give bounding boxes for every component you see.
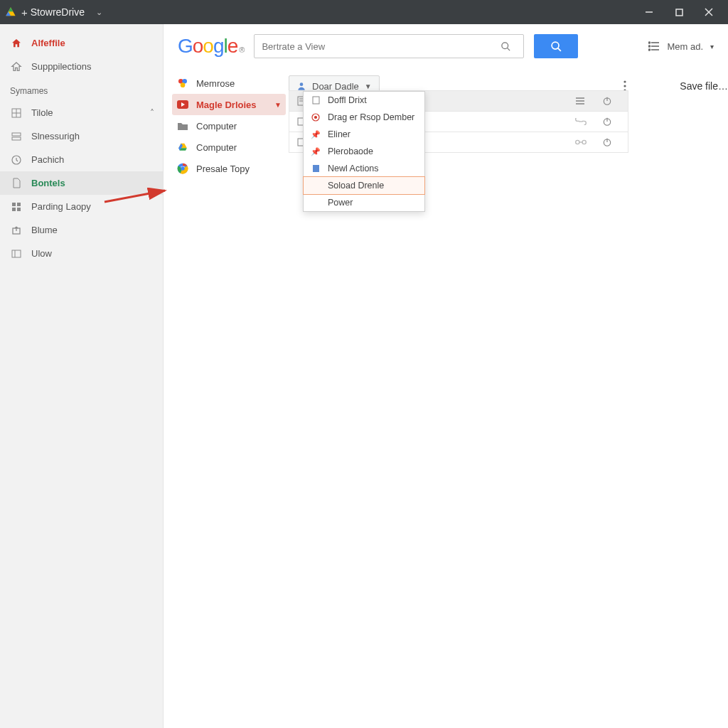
tab-dropdown-icon[interactable]: ⌄ (96, 8, 102, 17)
menu-item[interactable]: 📌 Eliner (304, 126, 424, 143)
sidebar-item-label: Alfeffile (31, 38, 65, 48)
search-button[interactable] (534, 34, 578, 58)
sidebar-item-slnessurigh[interactable]: Slnessurigh (0, 124, 163, 148)
sidebar-item-label: Tilole (31, 107, 53, 118)
window-title: StowreDrive (31, 6, 85, 18)
drive-item-label: Computer (196, 121, 237, 132)
power-icon[interactable] (602, 117, 621, 127)
menu-item-label: Soload Drenle (328, 181, 384, 191)
drive-item-label: Presale Topy (196, 164, 250, 174)
drive-item-label: Computer (196, 142, 237, 153)
save-file-link[interactable]: Save file… (680, 80, 728, 92)
drive-tree: Memrose Magle Drloies ▼ Computer Compute… (172, 73, 286, 179)
menu-item[interactable]: Doffl Drixt (304, 92, 424, 109)
search-input[interactable] (255, 41, 500, 52)
sidebar-item-label: Bontels (31, 178, 65, 188)
window-close-button[interactable] (694, 0, 724, 24)
menu-item-label: Newl Actions (328, 164, 379, 173)
drive-item-presale-topy[interactable]: Presale Topy (172, 158, 286, 179)
drive-item-magle-drloies[interactable]: Magle Drloies ▼ (172, 94, 286, 115)
menu-item-label: Drag er Rsop Dember (328, 112, 414, 122)
svg-point-59 (582, 140, 586, 144)
svg-rect-65 (313, 165, 319, 172)
page-icon (311, 95, 321, 105)
svg-line-24 (558, 48, 561, 50)
power-icon[interactable] (602, 96, 621, 106)
sidebar-item-tilole[interactable]: Tilole ˄ (0, 101, 163, 124)
menu-item-label: Eliner (328, 129, 350, 139)
sidebar-item-label: Parding Laopy (31, 201, 91, 212)
doc-icon (10, 177, 23, 190)
caret-down-icon: ▼ (274, 101, 282, 109)
export-icon (10, 224, 23, 237)
sidebar-item-label: Slnessurigh (31, 131, 80, 141)
window-minimize-button[interactable] (634, 0, 664, 24)
doc-icon (311, 164, 321, 173)
list-view-icon[interactable] (648, 41, 660, 51)
drive-icon (176, 141, 189, 154)
power-icon[interactable] (602, 137, 621, 147)
svg-point-21 (502, 42, 508, 48)
search-box[interactable] (254, 34, 524, 58)
sidebar-item-parding-laopy[interactable]: Parding Laopy (0, 195, 163, 218)
minimize-icon (645, 8, 653, 16)
search-icon (550, 41, 562, 53)
caret-down-icon: ▼ (365, 82, 372, 90)
link-icon[interactable] (575, 139, 594, 146)
panel-icon (10, 247, 23, 260)
sidebar-section-label: Symames (10, 86, 48, 96)
account-dropdown-icon[interactable]: ▾ (710, 43, 714, 50)
svg-point-64 (315, 117, 317, 119)
menu-item[interactable]: Power (304, 194, 424, 211)
menu-item[interactable]: 📌 Plerobaode (304, 143, 424, 160)
sidebar-item-label: Supppilections (31, 61, 92, 72)
context-menu: Doffl Drixt Drag er Rsop Dember 📌 Eliner… (303, 91, 425, 212)
sidebar-item-bontels[interactable]: Bontels (0, 171, 163, 195)
sidebar-item-pachich[interactable]: Pachich (0, 148, 163, 171)
menu-item[interactable]: Drag er Rsop Dember (304, 109, 424, 126)
account-label[interactable]: Mem ad. (667, 41, 703, 52)
svg-rect-10 (12, 133, 21, 136)
svg-point-42 (300, 82, 304, 86)
drive-item-computer-1[interactable]: Computer (172, 115, 286, 136)
svg-rect-62 (313, 97, 319, 104)
rows-icon (10, 130, 23, 143)
sidebar-item-blume[interactable]: Blume (0, 218, 163, 242)
maximize-icon (675, 9, 683, 16)
menu-item-highlighted[interactable]: Soload Drenle (303, 176, 425, 195)
sidebar-item-label: Pachich (31, 154, 64, 165)
menu-item[interactable]: Newl Actions (304, 160, 424, 177)
svg-rect-14 (17, 203, 21, 206)
home-outline-icon (10, 60, 23, 73)
sidebar-item-ulow[interactable]: Ulow (0, 242, 163, 265)
chevron-up-icon: ˄ (150, 108, 154, 118)
sidebar-item-alfeffile[interactable]: Alfeffile (0, 31, 163, 55)
new-tab-plus-icon[interactable]: + (21, 6, 28, 18)
sidebar-item-suppilections[interactable]: Supppilections (0, 55, 163, 78)
sidebar-section-heading: Symames (0, 81, 163, 101)
youtube-icon (176, 98, 189, 111)
sidebar-item-label: Blume (31, 225, 58, 235)
pin-icon: 📌 (311, 146, 321, 156)
pin-icon: 📌 (311, 129, 321, 139)
chrome-icon (176, 162, 189, 175)
clock-icon (10, 154, 23, 166)
window-maximize-button[interactable] (664, 0, 694, 24)
target-icon (311, 112, 321, 122)
header: Google® Mem ad. ▾ (164, 24, 728, 63)
sidebar: Alfeffile Supppilections Symames Tilole … (0, 24, 164, 728)
google-logo: Google® (178, 35, 244, 58)
search-icon[interactable] (500, 41, 523, 52)
link-icon[interactable] (575, 118, 594, 125)
svg-point-43 (624, 80, 626, 82)
row-menu-icon[interactable] (575, 97, 594, 105)
grid-icon (10, 107, 23, 119)
svg-line-22 (508, 48, 510, 50)
drive-item-computer-2[interactable]: Computer (172, 136, 286, 158)
squares-icon (10, 200, 23, 213)
drive-item-memrose[interactable]: Memrose (172, 73, 286, 94)
window-titlebar: + StowreDrive ⌄ (0, 0, 728, 24)
logo-trademark: ® (239, 46, 244, 54)
menu-item-label: Doffl Drixt (328, 95, 367, 105)
content-area: Google® Mem ad. ▾ Memrose Ma (164, 24, 728, 728)
